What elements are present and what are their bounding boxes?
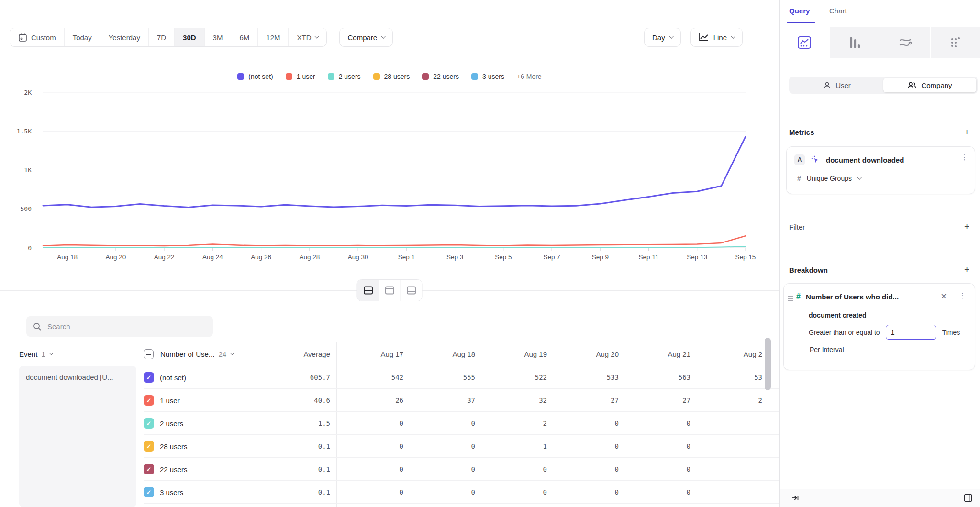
event-click-icon (811, 155, 820, 165)
breakdown-menu-button[interactable]: ⋮ (959, 292, 966, 300)
layout-toggle-group (357, 279, 423, 301)
series-checkbox[interactable] (144, 418, 154, 429)
series-checkbox[interactable] (144, 372, 154, 383)
metric-card[interactable]: A document downloaded ⋮ # Unique Groups (786, 146, 975, 194)
series-checkbox[interactable] (144, 441, 154, 452)
analytics-app: CustomTodayYesterday7D30D3M6M12MXTD Comp… (0, 0, 980, 507)
svg-text:Sep 11: Sep 11 (639, 254, 659, 261)
legend-swatch (422, 73, 429, 80)
series-checkbox[interactable] (144, 395, 154, 406)
metric-measure-selector[interactable]: # Unique Groups (797, 175, 861, 182)
series-checkbox[interactable] (144, 464, 154, 474)
flow-chart-type-button[interactable] (880, 27, 930, 58)
search-icon (33, 322, 42, 331)
legend-item[interactable]: 3 users (471, 73, 504, 80)
legend-item[interactable]: 28 users (373, 73, 410, 80)
range-button-today[interactable]: Today (64, 28, 100, 46)
row-value (695, 458, 767, 481)
range-button-yesterday[interactable]: Yesterday (100, 28, 148, 46)
panel-layout-icon[interactable] (963, 493, 973, 505)
bar-chart-type-button[interactable] (829, 27, 880, 58)
add-filter-button[interactable]: + (964, 222, 969, 231)
row-label: 28 users (160, 435, 188, 458)
close-icon[interactable]: ✕ (941, 292, 947, 301)
row-value: 2 (480, 412, 552, 435)
range-button-30d[interactable]: 30D (174, 28, 204, 46)
row-average-value: 0.1 (268, 435, 330, 458)
row-value: 0 (336, 435, 408, 458)
metric-menu-button[interactable]: ⋮ (961, 154, 968, 162)
range-button-6m[interactable]: 6M (231, 28, 257, 46)
metric-measure-label: Unique Groups (807, 175, 852, 182)
legend-item[interactable]: 22 users (422, 73, 459, 80)
drag-handle-icon[interactable] (788, 295, 793, 302)
filter-heading: Filter (789, 223, 805, 231)
hash-icon: # (797, 175, 801, 182)
query-sidebar: Query Chart (779, 0, 980, 507)
tab-query[interactable]: Query (789, 7, 810, 15)
layout-table-only-button[interactable] (401, 280, 422, 301)
row-value: 32 (480, 389, 552, 412)
table-vertical-scrollbar[interactable] (765, 338, 771, 390)
table-row: 2 users1.500200 (0, 412, 779, 435)
date-column-header[interactable]: Aug 18 (408, 342, 480, 365)
select-all-checkbox[interactable] (144, 349, 154, 359)
condition-value-input[interactable] (886, 325, 936, 340)
layout-split-button[interactable] (357, 280, 379, 301)
breakdown-card[interactable]: # Number of Users who did... ✕ ⋮ documen… (783, 283, 975, 370)
range-label: XTD (297, 33, 311, 42)
legend-more-button[interactable]: +6 More (517, 73, 542, 80)
date-column-header[interactable]: Aug 19 (480, 342, 552, 365)
event-header-count: 1 (41, 350, 45, 358)
row-label: (not set) (160, 366, 186, 389)
toolbar: CustomTodayYesterday7D30D3M6M12MXTD Comp… (10, 28, 769, 47)
range-button-xtd[interactable]: XTD (288, 28, 326, 46)
add-metric-button[interactable]: + (964, 127, 969, 136)
tab-chart[interactable]: Chart (829, 7, 847, 15)
metric-event-name: document downloaded (826, 156, 904, 164)
svg-text:Sep 13: Sep 13 (687, 254, 707, 261)
legend-item[interactable]: 1 user (286, 73, 315, 80)
compare-button[interactable]: Compare (339, 28, 393, 47)
legend-item[interactable]: 2 users (328, 73, 361, 80)
row-value: 0 (408, 435, 480, 458)
row-average-value: 0.1 (268, 481, 330, 504)
svg-text:Sep 5: Sep 5 (495, 254, 512, 261)
entity-user-option[interactable]: User (791, 78, 883, 92)
collapse-sidebar-icon[interactable] (791, 494, 800, 504)
scatter-chart-type-button[interactable] (930, 27, 980, 58)
row-value: 0 (624, 412, 695, 435)
row-value (695, 481, 767, 504)
svg-text:2K: 2K (24, 89, 32, 96)
legend-swatch (471, 73, 478, 80)
legend-label: 22 users (433, 73, 459, 80)
range-button-custom[interactable]: Custom (10, 28, 64, 46)
range-button-3m[interactable]: 3M (204, 28, 231, 46)
range-button-7d[interactable]: 7D (148, 28, 174, 46)
date-column-header[interactable]: Aug 21 (624, 342, 695, 365)
line-chart-type-button[interactable] (780, 27, 829, 58)
range-label: 30D (183, 33, 196, 42)
breakdown-title-row: # Number of Users who did... (796, 292, 899, 301)
chart-type-button[interactable]: Line (690, 28, 743, 47)
entity-company-option[interactable]: Company (883, 78, 976, 92)
row-label: 22 users (160, 458, 188, 481)
chevron-down-icon (669, 33, 674, 38)
entity-toggle: User Company (789, 77, 978, 94)
date-column-header[interactable]: Aug 2 (695, 342, 767, 365)
legend-item[interactable]: (not set) (237, 73, 273, 80)
breakdown-column-header[interactable]: Number of Use... 24 (144, 342, 234, 365)
breakdown-title: Number of Users who did... (806, 293, 899, 301)
series-checkbox[interactable] (144, 487, 154, 497)
interval-button[interactable]: Day (644, 28, 681, 47)
date-column-header[interactable]: Aug 20 (552, 342, 624, 365)
metric-letter-badge: A (794, 154, 805, 165)
breakdown-event-name: document created (809, 311, 867, 319)
event-column-header[interactable]: Event 1 (19, 342, 53, 365)
date-column-header[interactable]: Aug 17 (336, 342, 408, 365)
range-button-12m[interactable]: 12M (257, 28, 288, 46)
search-input[interactable] (47, 322, 206, 331)
layout-chart-only-button[interactable] (379, 280, 401, 301)
add-breakdown-button[interactable]: + (964, 265, 969, 274)
row-value: 0 (408, 481, 480, 504)
